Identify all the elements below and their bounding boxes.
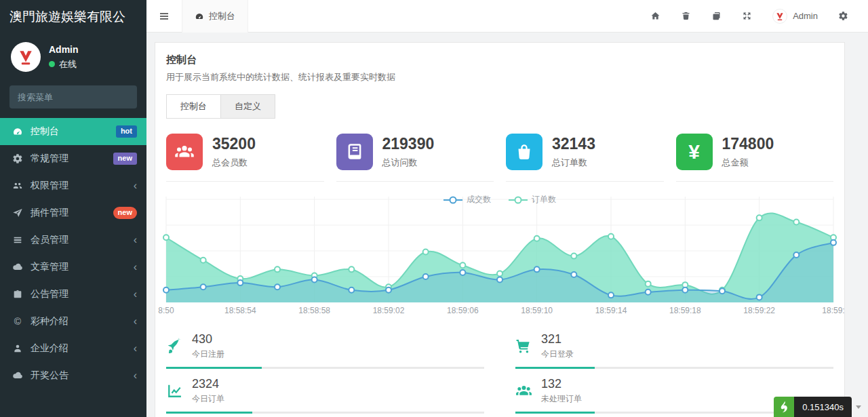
sidebar-item[interactable]: 文章管理‹	[0, 254, 146, 281]
svg-text:18:58:58: 18:58:58	[298, 306, 330, 315]
legend-marker-icon	[443, 196, 462, 204]
sidebar-item[interactable]: 公告管理‹	[0, 281, 146, 308]
chart-legend: 成交数订单数	[166, 194, 833, 205]
users-group-icon	[515, 382, 532, 399]
avatar	[772, 9, 787, 24]
quick-stat-label: 今日订单	[192, 393, 224, 405]
sidebar-toggle-button[interactable]	[146, 11, 182, 22]
navbar-icon-group	[640, 11, 762, 21]
quick-stat-label: 今日注册	[192, 349, 224, 360]
tab-dashboard[interactable]: 控制台	[182, 0, 248, 33]
sidebar-item[interactable]: 常规管理new	[0, 145, 146, 172]
content-area: 控制台 用于展示当前系统中的统计数据、统计报表及重要实时数据 控制台自定义 35…	[146, 33, 868, 417]
legend-item[interactable]: 订单数	[509, 194, 556, 205]
stat-card-icon-box	[506, 134, 542, 170]
menu-badge: new	[113, 153, 137, 164]
stat-card-value: 35200	[212, 135, 256, 153]
search-input[interactable]	[18, 92, 137, 102]
dashboard-panel: 控制台 用于展示当前系统中的统计数据、统计报表及重要实时数据 控制台自定义 35…	[155, 42, 845, 417]
chevron-left-icon: ‹	[134, 344, 137, 353]
chevron-left-icon: ‹	[134, 235, 137, 245]
navbar-user-menu[interactable]: Admin	[762, 9, 828, 24]
users-group-icon	[174, 142, 195, 162]
cloud-icon	[12, 262, 23, 273]
page-time-badge[interactable]: 0.151340s	[794, 397, 852, 417]
sidebar-item[interactable]: ©彩种介绍‹	[0, 308, 146, 335]
brand-logo-icon	[16, 47, 36, 67]
home-button[interactable]	[640, 11, 671, 21]
user-status: 在线	[59, 58, 77, 71]
briefcase-icon	[12, 289, 23, 300]
dashboard-icon	[12, 126, 23, 137]
trash-button[interactable]	[671, 11, 701, 21]
navbar-actions: Admin	[640, 9, 868, 24]
sidebar-item-label: 文章管理	[31, 261, 134, 273]
trash-icon	[681, 11, 691, 21]
yen-icon: ¥	[688, 142, 700, 162]
expand-icon	[742, 11, 752, 21]
sidebar-item-label: 插件管理	[31, 207, 113, 219]
panel-tab[interactable]: 控制台	[166, 94, 221, 119]
quick-stat-value: 430	[192, 332, 224, 346]
cloud-icon	[12, 370, 23, 381]
stat-card-icon-box	[336, 134, 373, 170]
quick-stat-value: 2324	[192, 377, 224, 391]
sidebar-item-label: 彩种介绍	[31, 315, 134, 327]
sidebar-item-label: 企业介绍	[31, 342, 134, 355]
quick-stat-progressbar	[515, 367, 833, 369]
quick-stat: 321今日登录	[515, 332, 833, 369]
sidebar-item[interactable]: 插件管理new	[0, 199, 146, 226]
stat-card: 32143总订单数	[506, 134, 664, 182]
quick-stat-progressbar	[166, 412, 484, 414]
sidebar-item-label: 常规管理	[31, 153, 113, 165]
chevron-left-icon: ‹	[134, 290, 137, 299]
online-dot	[49, 61, 55, 67]
stat-card-label: 总会员数	[212, 157, 256, 169]
table-icon	[12, 235, 23, 245]
brand-title: 澳門旅遊娛樂有限公	[0, 0, 146, 34]
settings-button[interactable]	[828, 11, 859, 21]
legend-item[interactable]: 成交数	[443, 194, 491, 205]
stat-card: 35200总会员数	[166, 134, 324, 182]
debug-toolbar[interactable]: 0.151340s	[774, 397, 861, 417]
quick-stat-icon-box	[515, 382, 532, 399]
sidebar-item[interactable]: 开奖公告‹	[0, 362, 146, 389]
cart-icon	[515, 338, 532, 355]
sidebar-item-label: 权限管理	[31, 180, 134, 192]
panel-tabs: 控制台自定义	[166, 94, 833, 119]
svg-text:18:59:18: 18:59:18	[669, 306, 701, 315]
quick-stat: 2324今日订单	[166, 377, 484, 414]
sidebar-item[interactable]: 企业介绍‹	[0, 335, 146, 362]
rocket-icon	[166, 338, 183, 355]
chevron-down-icon[interactable]	[856, 405, 861, 409]
sidebar: 澳門旅遊娛樂有限公 Admin 在线 控制台hot常规管理new权限管理‹插件管…	[0, 0, 146, 417]
expand-button[interactable]	[732, 11, 762, 21]
quick-stat-icon-box	[166, 382, 183, 399]
stat-card-value: 219390	[382, 135, 435, 153]
quick-stat-label: 未处理订单	[541, 393, 582, 405]
cogs-icon	[12, 153, 23, 164]
chart-canvas[interactable]: 8:5018:58:5418:58:5818:59:0218:59:0618:5…	[166, 193, 833, 323]
stat-card: 219390总访问数	[336, 134, 494, 182]
stat-cards: 35200总会员数219390总访问数32143总订单数¥174800总金额	[166, 134, 833, 182]
sidebar-item-label: 控制台	[31, 125, 116, 138]
svg-text:8:50: 8:50	[158, 306, 174, 315]
chevron-left-icon: ‹	[134, 181, 137, 191]
page-title: 控制台	[166, 54, 833, 66]
top-navbar: 控制台 Admin	[146, 0, 868, 33]
book-icon	[344, 142, 365, 162]
sidebar-item[interactable]: 权限管理‹	[0, 172, 146, 199]
avatar[interactable]	[11, 42, 41, 72]
thinkphp-logo-icon[interactable]	[774, 397, 794, 417]
home-icon	[650, 11, 660, 21]
sidebar-item[interactable]: 控制台hot	[0, 118, 146, 145]
navbar-user-name: Admin	[793, 11, 818, 21]
quick-stat-icon-box	[166, 338, 183, 355]
copy-button[interactable]	[701, 11, 732, 21]
panel-tab[interactable]: 自定义	[220, 94, 275, 119]
legend-label: 成交数	[467, 194, 491, 205]
brand-logo-icon	[774, 11, 785, 22]
stat-card-label: 总访问数	[382, 157, 435, 169]
sidebar-item[interactable]: 会员管理‹	[0, 226, 146, 254]
stat-card: ¥174800总金额	[676, 134, 834, 182]
